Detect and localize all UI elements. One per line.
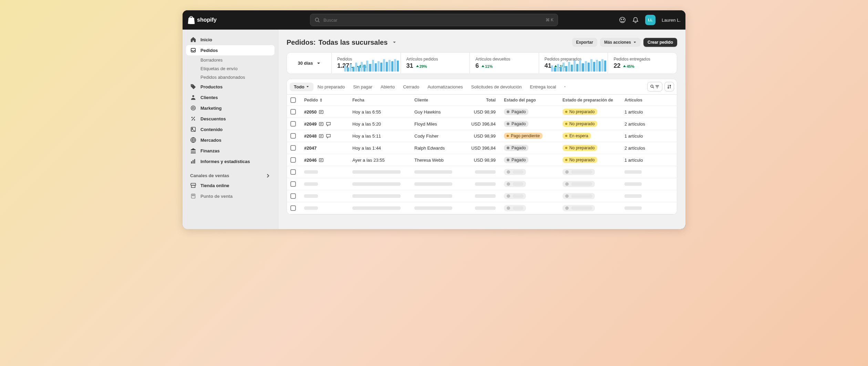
sidebar: Inicio Pedidos Borradores Etiquetas de e… — [183, 30, 278, 229]
sidebar-item-pedidos[interactable]: Pedidos — [186, 45, 275, 55]
export-button[interactable]: Exportar — [572, 38, 597, 47]
search-icon — [314, 17, 320, 23]
brand-text: shopify — [197, 17, 217, 23]
bell-icon[interactable] — [632, 17, 639, 23]
stat-delta: 11% — [482, 64, 493, 68]
period-selector[interactable]: 30 días — [287, 53, 332, 74]
brand-logo[interactable]: shopify — [187, 16, 277, 24]
table-row[interactable]: #2047Hoy a las 1:44Ralph EdwardsUSD 396,… — [287, 142, 677, 154]
sidebar-item-inicio[interactable]: Inicio — [186, 34, 275, 45]
stat-cell[interactable]: Artículos pedidos3129% — [401, 53, 470, 74]
bank-icon — [190, 148, 196, 154]
col-payment[interactable]: Estado del pago — [504, 98, 562, 103]
main: Pedidos: Todas las sucursales Exportar M… — [278, 30, 685, 229]
search-filter-button[interactable] — [647, 82, 662, 92]
sidebar-item-marketing[interactable]: Marketing — [186, 103, 275, 113]
stat-cell[interactable]: Pedidos preparados4111% — [539, 53, 608, 74]
svg-rect-22 — [319, 158, 323, 161]
sidebar-item-informes[interactable]: Informes y estadísticas — [186, 156, 275, 166]
table-row[interactable]: #2050Hoy a las 6:55Guy HawkinsUSD 98,99P… — [287, 106, 677, 118]
sidebar-item-mercados[interactable]: Mercados — [186, 135, 275, 145]
stat-cell[interactable]: Pedidos entregados2245% — [608, 53, 677, 74]
tab[interactable]: Cerrado — [399, 83, 423, 91]
sidebar-item-finanzas[interactable]: Finanzas — [186, 146, 275, 156]
sidebar-subitem-abandonados[interactable]: Pedidos abandonados — [186, 73, 275, 82]
row-checkbox[interactable] — [290, 133, 296, 139]
row-checkbox[interactable] — [290, 181, 296, 187]
total-cell: USD 98,99 — [466, 109, 504, 115]
row-checkbox[interactable] — [290, 145, 296, 151]
page-title[interactable]: Pedidos: Todas las sucursales — [287, 39, 396, 46]
sidebar-item-label: Tienda online — [200, 183, 229, 188]
fulfillment-cell: No preparado — [562, 121, 624, 127]
col-date[interactable]: Fecha — [352, 98, 414, 103]
table-row[interactable]: #2049Hoy a las 5:20Floyd MilesUSD 396,84… — [287, 118, 677, 130]
tag-icon — [190, 84, 196, 90]
table-row[interactable]: #2046Ayer a las 23:55Theresa WebbUSD 98,… — [287, 154, 677, 166]
sidebar-subitem-etiquetas[interactable]: Etiquetas de envío — [186, 64, 275, 73]
stat-value: 41 — [545, 62, 551, 69]
sidebar-item-clientes[interactable]: Clientes — [186, 92, 275, 103]
sidebar-item-label: Finanzas — [200, 148, 220, 153]
sidebar-item-tienda[interactable]: Tienda online — [186, 180, 275, 191]
fulfillment-badge: En espera — [562, 133, 591, 139]
avatar[interactable]: LL — [645, 15, 655, 25]
col-order[interactable]: Pedido — [304, 98, 352, 103]
row-checkbox[interactable] — [290, 205, 296, 211]
search-bar[interactable]: ⌘ K — [310, 14, 558, 26]
col-fulfillment[interactable]: Estado de preparación de — [562, 98, 624, 103]
tab[interactable]: Sin pagar — [349, 83, 376, 91]
sidebar-item-contenido[interactable]: Contenido — [186, 124, 275, 134]
col-items[interactable]: Artículos — [624, 98, 662, 103]
stat-cell[interactable]: Pedidos1.27145% — [332, 53, 401, 74]
user-name[interactable]: Lauren L. — [662, 18, 681, 23]
stat-cell[interactable]: Artículos devueltos611% — [470, 53, 539, 74]
create-order-button[interactable]: Crear pedido — [643, 38, 677, 47]
svg-rect-13 — [191, 161, 192, 163]
col-customer[interactable]: Cliente — [414, 98, 466, 103]
tab[interactable]: Abierto — [376, 83, 399, 91]
stat-label: Pedidos entregados — [613, 57, 671, 62]
row-checkbox[interactable] — [290, 121, 296, 127]
sort-button[interactable] — [664, 82, 674, 92]
shopify-bag-icon — [187, 16, 195, 24]
stat-value: 31 — [406, 62, 413, 69]
sidebar-item-productos[interactable]: Productos — [186, 82, 275, 92]
table-row[interactable]: #2048Hoy a las 5:11Cody FisherUSD 98,99P… — [287, 130, 677, 142]
sidebar-item-descuentos[interactable]: Descuentos — [186, 114, 275, 124]
face-icon[interactable] — [619, 17, 626, 23]
payment-badge: Pagado — [504, 121, 528, 127]
fulfillment-cell: No preparado — [562, 109, 624, 115]
tab[interactable]: Solicitudes de devolución — [467, 83, 526, 91]
skeleton-row — [287, 178, 677, 190]
sidebar-item-label: Punto de venta — [200, 194, 232, 199]
row-checkbox[interactable] — [290, 109, 296, 115]
row-checkbox[interactable] — [290, 157, 296, 163]
svg-point-7 — [192, 107, 194, 109]
channels-section[interactable]: Canales de ventas — [186, 167, 275, 180]
stat-label: Artículos devueltos — [475, 57, 533, 62]
stat-value: 22 — [613, 62, 620, 69]
total-cell: USD 98,99 — [466, 158, 504, 163]
add-tab-button[interactable] — [560, 83, 570, 90]
fulfillment-badge: No preparado — [562, 145, 597, 151]
tab[interactable]: Todo — [290, 83, 313, 91]
items-cell: 1 artículo — [624, 133, 662, 139]
total-cell: USD 98,99 — [466, 133, 504, 139]
select-all-checkbox[interactable] — [290, 97, 296, 103]
svg-point-18 — [651, 85, 653, 87]
more-actions-button[interactable]: Más acciones — [600, 38, 641, 47]
tab[interactable]: Automatizaciones — [423, 83, 467, 91]
row-checkbox[interactable] — [290, 193, 296, 199]
sidebar-subitem-borradores[interactable]: Borradores — [186, 56, 275, 64]
sidebar-item-punto-venta[interactable]: Punto de venta — [186, 191, 275, 201]
search-input[interactable] — [323, 18, 546, 23]
tab[interactable]: Entrega local — [526, 83, 560, 91]
sidebar-item-label: Productos — [200, 84, 223, 89]
tab[interactable]: No preparado — [313, 83, 349, 91]
col-total[interactable]: Total — [466, 98, 504, 103]
up-arrow-icon — [623, 65, 626, 68]
row-checkbox[interactable] — [290, 169, 296, 175]
date-cell: Hoy a las 5:20 — [352, 121, 414, 127]
payment-cell: Pagado — [504, 145, 562, 151]
